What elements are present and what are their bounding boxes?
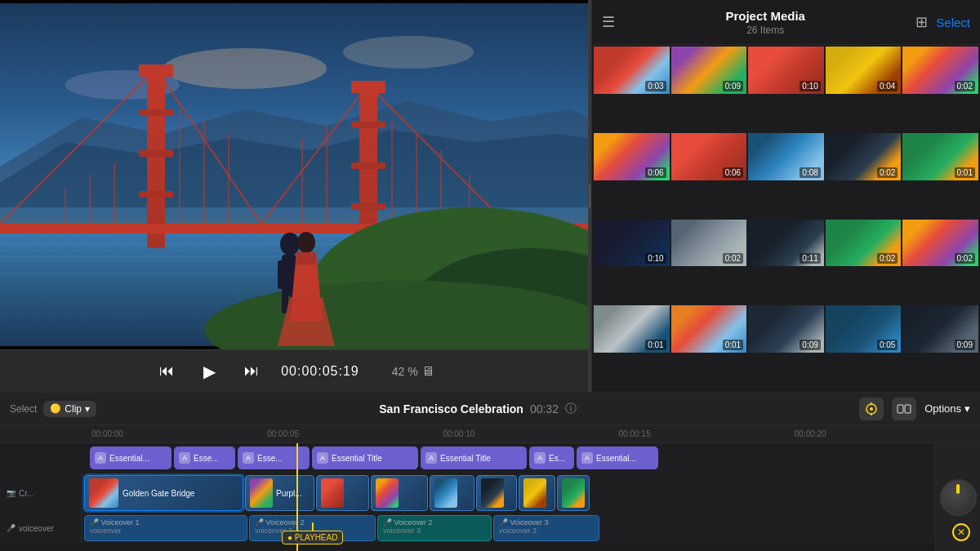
clip-selector-label: Clip: [65, 403, 82, 415]
video-clip[interactable]: [316, 475, 369, 511]
media-duration: 0:05: [877, 340, 898, 350]
title-clip[interactable]: A Esse...: [174, 447, 235, 469]
monitor-icon: 🖥: [421, 364, 434, 379]
media-duration: 0:04: [877, 81, 898, 91]
media-item[interactable]: 0:02: [826, 220, 902, 267]
media-duration: 0:03: [645, 81, 666, 91]
media-item[interactable]: 0:03: [594, 47, 670, 94]
snap-button[interactable]: [859, 398, 884, 420]
ruler-mark: 00:00:05: [267, 429, 299, 438]
options-button[interactable]: Options ▾: [924, 402, 970, 415]
app-container: ⏮ ▶ ⏭ 00:00:05:19 42 % 🖥 ☰ Project Medi: [0, 0, 980, 551]
svg-rect-18: [351, 162, 385, 169]
media-item[interactable]: 0:09: [748, 305, 824, 353]
zoom-unit: %: [408, 365, 417, 378]
media-header-center: Project Media 26 Items: [725, 9, 805, 36]
audio-track-row: 🎤 voiceover 🎤 Voiceover 1 voiceover 🎤 Vo…: [0, 513, 980, 543]
timecode-display: 00:00:05:19: [281, 364, 359, 379]
timeline-section: Select 🟡 Clip ▾ San Francisco Celebratio…: [0, 392, 980, 551]
title-clip[interactable]: A Essential...: [577, 447, 658, 469]
transition-button[interactable]: [892, 398, 916, 420]
video-clip[interactable]: Golden Gate Bridge: [84, 475, 243, 511]
svg-rect-54: [905, 405, 911, 413]
top-section: ⏮ ▶ ⏭ 00:00:05:19 42 % 🖥 ☰ Project Medi: [0, 0, 980, 392]
media-item[interactable]: 0:04: [826, 47, 902, 94]
dial-circle[interactable]: [940, 479, 977, 516]
prev-frame-button[interactable]: ⏮: [154, 358, 180, 384]
play-button[interactable]: ▶: [196, 358, 222, 384]
svg-rect-19: [351, 203, 385, 210]
svg-rect-16: [351, 81, 385, 93]
zoom-display: 42 % 🖥: [392, 364, 434, 379]
media-item[interactable]: 0:10: [594, 220, 670, 267]
media-select-button[interactable]: Select: [936, 16, 970, 29]
options-label: Options: [924, 402, 961, 415]
timeline-toolbar: Select 🟡 Clip ▾ San Francisco Celebratio…: [0, 393, 980, 425]
media-item[interactable]: 0:06: [594, 133, 670, 180]
video-clips-area: Golden Gate Bridge Purpl...: [82, 473, 980, 513]
media-item[interactable]: 0:01: [902, 133, 978, 180]
next-frame-button[interactable]: ⏭: [238, 358, 265, 384]
media-item[interactable]: 0:06: [671, 133, 747, 180]
ruler-mark: 00:00:15: [619, 429, 651, 438]
ruler-mark: 00:00:10: [443, 429, 474, 438]
ruler-mark: 00:00:00: [91, 429, 123, 438]
media-duration: 0:01: [723, 340, 743, 350]
svg-point-45: [297, 232, 315, 253]
title-clip[interactable]: A Essential...: [90, 447, 172, 469]
title-clip[interactable]: A Es...: [529, 447, 574, 469]
media-item[interactable]: 0:08: [748, 133, 824, 180]
timeline-toolbar-right: Options ▾: [859, 398, 970, 420]
grid-view-icon[interactable]: ⊞: [915, 13, 928, 31]
media-item[interactable]: 0:05: [826, 305, 902, 353]
video-clip[interactable]: [476, 475, 517, 511]
title-clip[interactable]: A Essential Title: [421, 447, 527, 469]
svg-point-40: [280, 233, 300, 256]
svg-rect-12: [139, 109, 173, 116]
media-grid: 0:03 0:09 0:10 0:04 0:02: [592, 45, 980, 392]
list-menu-icon[interactable]: ☰: [602, 13, 615, 31]
media-item[interactable]: 0:01: [671, 305, 747, 353]
audio-clip[interactable]: 🎤 Voiceover 1 voiceover: [84, 515, 247, 541]
ruler-marks: 00:00:00 00:00:05 00:00:10 00:00:15 00:0…: [91, 429, 970, 438]
video-clip[interactable]: [519, 475, 555, 511]
audio-clip[interactable]: 🎤 Voiceover 2 voiceover 3: [377, 515, 492, 541]
info-icon[interactable]: ⓘ: [565, 402, 577, 416]
video-controls: ⏮ ▶ ⏭ 00:00:05:19 42 % 🖥: [0, 349, 588, 392]
media-item[interactable]: 0:02: [902, 220, 978, 267]
video-canvas: [0, 0, 588, 349]
media-item[interactable]: 0:01: [594, 305, 670, 353]
title-clip[interactable]: A Essential Title: [312, 447, 418, 469]
media-item[interactable]: 0:09: [902, 305, 978, 353]
ruler-mark: 00:00:20: [795, 429, 826, 438]
media-item[interactable]: 0:09: [671, 47, 747, 94]
svg-rect-10: [147, 69, 165, 248]
media-duration: 0:01: [645, 340, 666, 350]
close-button[interactable]: ✕: [952, 523, 970, 541]
media-duration: 0:10: [645, 253, 666, 264]
media-item[interactable]: 0:02: [671, 220, 747, 267]
clip-selector-chevron: ▾: [85, 403, 90, 415]
media-item[interactable]: 0:10: [748, 47, 824, 94]
media-duration: 0:02: [877, 253, 898, 264]
media-item[interactable]: 0:02: [902, 47, 978, 94]
media-item[interactable]: 0:11: [748, 220, 824, 267]
video-preview-section: ⏮ ▶ ⏭ 00:00:05:19 42 % 🖥: [0, 0, 588, 392]
media-duration: 0:06: [645, 167, 666, 178]
video-clip[interactable]: [371, 475, 428, 511]
audio-clip[interactable]: 🎤 Voiceover 3 voiceover 3: [493, 515, 599, 541]
media-duration: 0:02: [877, 167, 898, 178]
video-clip[interactable]: [430, 475, 474, 511]
media-duration: 0:02: [955, 253, 975, 264]
svg-rect-14: [139, 191, 173, 198]
title-clip[interactable]: A Esse...: [238, 447, 310, 469]
video-clip[interactable]: Purpl...: [245, 475, 314, 511]
video-clip[interactable]: [557, 475, 590, 511]
media-header-left: ☰: [602, 13, 615, 31]
video-track-row: 📷 Cr... Golden Gate Bridge Purpl...: [0, 473, 980, 513]
media-item-count: 26 Items: [725, 24, 805, 36]
media-duration: 0:09: [800, 340, 820, 350]
media-item[interactable]: 0:02: [826, 133, 902, 180]
clip-selector[interactable]: 🟡 Clip ▾: [43, 401, 96, 417]
svg-rect-13: [139, 150, 173, 157]
